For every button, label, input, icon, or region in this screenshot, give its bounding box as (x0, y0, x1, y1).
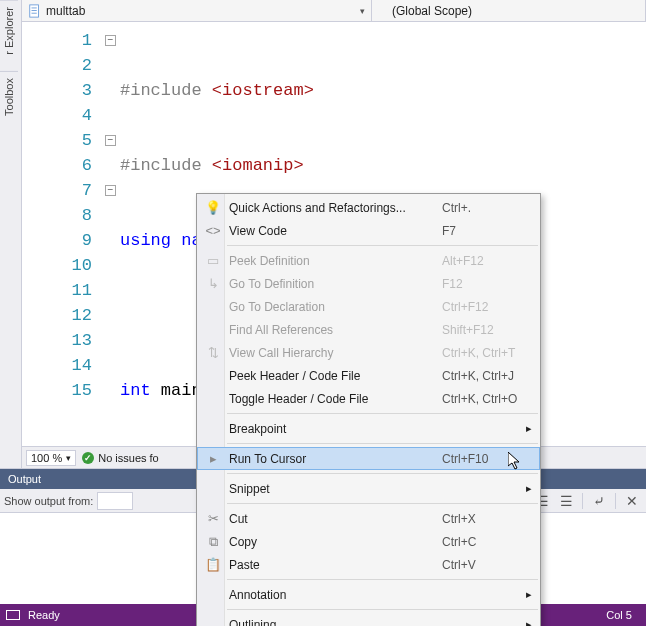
menu-separator (227, 443, 538, 444)
indicator-margin (22, 22, 44, 446)
error-indicator[interactable]: ✓ No issues fo (82, 452, 159, 464)
cut-icon: ✂ (201, 511, 225, 526)
paste-icon: 📋 (201, 557, 225, 572)
zoom-dropdown[interactable]: 100 % ▾ (26, 450, 76, 466)
zoom-value: 100 % (31, 452, 62, 464)
menu-call-hierarchy: ⇅View Call HierarchyCtrl+K, Ctrl+T (197, 341, 540, 364)
menu-separator (227, 473, 538, 474)
menu-copy[interactable]: ⧉CopyCtrl+C (197, 530, 540, 553)
menu-outlining[interactable]: Outlining (197, 613, 540, 626)
clear-icon[interactable]: ✕ (622, 491, 642, 511)
menu-separator (227, 579, 538, 580)
svg-rect-2 (32, 10, 37, 11)
menu-toggle-header[interactable]: Toggle Header / Code FileCtrl+K, Ctrl+O (197, 387, 540, 410)
server-explorer-tab[interactable]: r Explorer (0, 0, 18, 61)
menu-separator (227, 245, 538, 246)
issues-label: No issues fo (98, 452, 159, 464)
status-column: Col 5 (606, 609, 632, 621)
menu-annotation[interactable]: Annotation (197, 583, 540, 606)
copy-icon: ⧉ (201, 534, 225, 550)
code-icon: <> (201, 223, 225, 238)
outlining-gutter: − − − (100, 22, 120, 446)
menu-goto-declaration: Go To DeclarationCtrl+F12 (197, 295, 540, 318)
menu-quick-actions[interactable]: 💡Quick Actions and Refactorings...Ctrl+. (197, 196, 540, 219)
output-source-dropdown[interactable] (97, 492, 133, 510)
nav-scope-label: (Global Scope) (392, 4, 472, 18)
menu-separator (227, 609, 538, 610)
show-output-from-label: Show output from: (4, 495, 93, 507)
menu-goto-definition: ↳Go To DefinitionF12 (197, 272, 540, 295)
fold-toggle-icon[interactable]: − (105, 135, 116, 146)
nav-file-dropdown[interactable]: multtab ▾ (22, 0, 372, 21)
nav-file-label: multtab (46, 4, 85, 18)
menu-cut[interactable]: ✂CutCtrl+X (197, 507, 540, 530)
chevron-down-icon: ▾ (66, 453, 71, 463)
menu-find-references: Find All ReferencesShift+F12 (197, 318, 540, 341)
toolbox-tab[interactable]: Toolbox (0, 71, 18, 122)
line-number-gutter: 123456789101112131415 (44, 22, 100, 446)
svg-rect-3 (32, 12, 37, 13)
menu-separator (227, 503, 538, 504)
chevron-down-icon: ▾ (360, 6, 365, 16)
fold-toggle-icon[interactable]: − (105, 35, 116, 46)
feedback-icon[interactable] (6, 610, 20, 620)
cpp-file-icon (28, 4, 42, 18)
lightbulb-icon: 💡 (201, 200, 225, 215)
word-wrap-icon[interactable]: ⤶ (589, 491, 609, 511)
peek-icon: ▭ (201, 253, 225, 268)
goto-icon: ↳ (201, 276, 225, 291)
menu-view-code[interactable]: <>View CodeF7 (197, 219, 540, 242)
editor-context-menu: 💡Quick Actions and Refactorings...Ctrl+.… (196, 193, 541, 626)
hierarchy-icon: ⇅ (201, 345, 225, 360)
status-state: Ready (28, 609, 60, 621)
ok-check-icon: ✓ (82, 452, 94, 464)
nav-scope-dropdown[interactable]: (Global Scope) (372, 0, 646, 21)
menu-breakpoint[interactable]: Breakpoint (197, 417, 540, 440)
menu-run-to-cursor[interactable]: ▸Run To CursorCtrl+F10 (197, 447, 540, 470)
menu-peek-definition: ▭Peek DefinitionAlt+F12 (197, 249, 540, 272)
menu-peek-header[interactable]: Peek Header / Code FileCtrl+K, Ctrl+J (197, 364, 540, 387)
fold-toggle-icon[interactable]: − (105, 185, 116, 196)
svg-rect-1 (32, 7, 37, 8)
menu-snippet[interactable]: Snippet (197, 477, 540, 500)
run-to-cursor-icon: ▸ (201, 451, 225, 466)
navigation-bar: multtab ▾ (Global Scope) (22, 0, 646, 22)
menu-paste[interactable]: 📋PasteCtrl+V (197, 553, 540, 576)
menu-separator (227, 413, 538, 414)
toolbar-button[interactable]: ☰ (556, 491, 576, 511)
